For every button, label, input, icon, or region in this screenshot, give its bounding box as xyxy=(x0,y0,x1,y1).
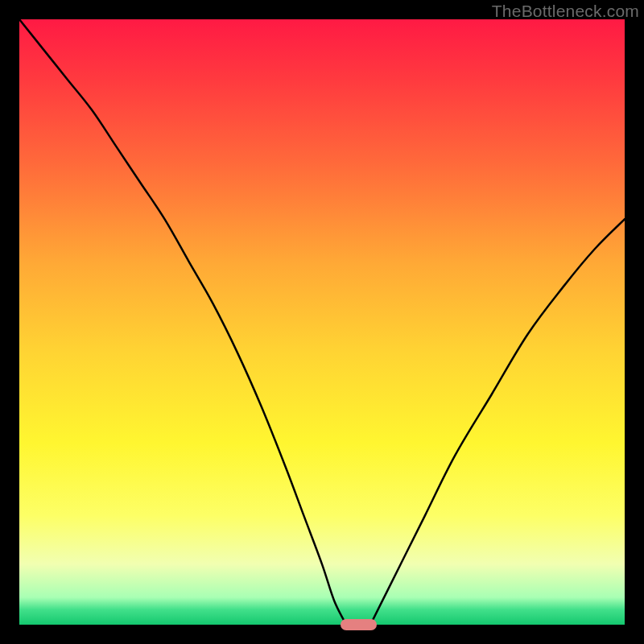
chart-plot-area xyxy=(19,19,625,625)
optimum-marker xyxy=(341,619,377,630)
watermark-text: TheBottleneck.com xyxy=(492,2,639,21)
bottleneck-curve xyxy=(19,19,625,625)
